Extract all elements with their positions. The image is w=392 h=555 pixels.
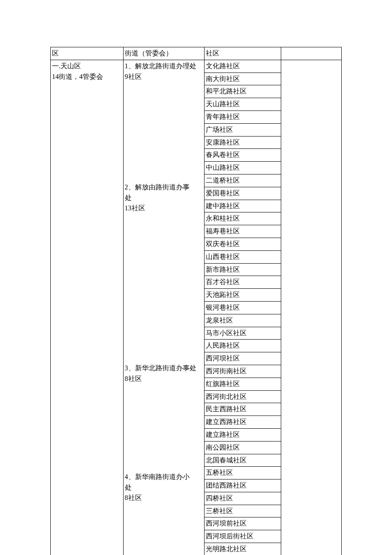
community-cell: 青年路社区 [205,110,281,123]
district-name: 一.天山区 [52,62,81,70]
street-filler [124,276,204,288]
community-cell: 二道桥社区 [205,174,281,187]
street-cell: 3、新华北路街道办事处8社区 [124,362,204,385]
community-cell: 北国春城社区 [205,454,281,467]
community-cell: 西河街南社区 [205,365,281,378]
empty-column [281,60,341,555]
street-line: 1、解放北路街道办理处 [125,61,203,72]
street-line: 13社区 [125,203,203,214]
community-cell: 福寿巷社区 [205,225,281,238]
community-cell: 和平北路社区 [205,85,281,98]
table-header-row: 区 街道（管委会） 社区 [51,47,341,60]
street-filler [124,385,204,397]
street-line: 8社区 [125,493,203,503]
community-cell: 三桥社区 [205,505,281,517]
street-line: 3、新华北路街道办事处 [125,363,203,374]
community-cell: 团结西路社区 [205,479,281,492]
district-cell: 一.天山区 14街道，4管委会 [51,60,123,555]
community-cell: 双庆卷社区 [205,238,281,250]
street-filler [124,553,204,555]
street-cell: 2、解放由路街道办事处13社区 [124,181,204,215]
community-cell: 南公园社区 [205,441,281,454]
community-cell: 天池跖社区 [205,289,281,302]
community-column: 文化路社区南大街社区和平北路社区天山路社区青年路社区广场社区安康路社区春风卷社区… [204,60,281,555]
community-cell: 西河街北社区 [205,390,281,403]
community-cell: 百才谷社区 [205,276,281,289]
header-street: 街道（管委会） [123,47,204,60]
community-cell: 南大街社区 [205,73,281,85]
street-filler [124,227,204,239]
community-cell: 建立路社区 [205,428,281,441]
street-filler [124,169,204,181]
street-filler [124,144,204,157]
street-filler [124,108,204,120]
street-filler [124,120,204,132]
community-cell: 龙泉社区 [205,314,281,327]
street-filler [124,264,204,276]
community-cell: 红旗路社区 [205,378,281,390]
community-cell: 建中路社区 [205,200,281,212]
community-cell: 光明路北社区 [205,543,281,555]
street-filler [124,422,204,434]
admin-division-table: 区 街道（管委会） 社区 一.天山区 14街道，4管委会 1、解放北路街道办理处… [50,47,342,555]
community-cell: 人民路社区 [205,340,281,352]
street-filler [124,313,204,325]
street-filler [124,397,204,410]
street-column: 1、解放北路街道办理处9社区 2、解放由路街道办事处13社区 3、新华北路街道办… [123,60,204,555]
street-filler [124,529,204,541]
community-cell: 文化路社区 [205,60,281,73]
community-cell: 广场社区 [205,123,281,136]
street-line: 4、新华南路街道办小 [125,472,203,482]
community-cell: 山西巷社区 [205,250,281,263]
header-community: 社区 [204,47,281,60]
community-cell: 安康路社区 [205,136,281,149]
community-cell: 中山路社区 [205,162,281,174]
street-cell: 4、新华南路街道办小处8社区 [124,471,204,504]
street-filler [124,459,204,471]
community-cell: 马市小区社区 [205,327,281,340]
street-filler [124,541,204,554]
community-cell: 银河巷社区 [205,301,281,314]
street-filler [124,132,204,145]
community-cell: 新市路社区 [205,263,281,276]
community-cell: 永和桂社区 [205,212,281,225]
street-line: 处 [125,482,203,493]
community-cell: 爱国巷社区 [205,187,281,200]
street-filler [124,517,204,529]
table-body-row: 一.天山区 14街道，4管委会 1、解放北路街道办理处9社区 2、解放由路街道办… [51,60,341,555]
street-filler [124,504,204,517]
header-district: 区 [51,47,123,60]
street-filler [124,95,204,108]
district-meta: 14街道，4管委会 [52,73,103,80]
community-cell: 西河坝社区 [205,352,281,365]
street-line: 8社区 [125,374,203,384]
community-cell: 春风卷社区 [205,149,281,162]
street-filler [124,215,204,227]
community-cell: 西河坝前社区 [205,517,281,530]
street-filler [124,239,204,252]
street-cell: 1、解放北路街道办理处9社区 [124,60,204,83]
community-cell: 建立西路社区 [205,416,281,429]
street-filler [124,301,204,313]
street-line: 9社区 [125,72,203,82]
street-filler [124,434,204,447]
community-cell: 四桥社区 [205,492,281,505]
street-filler [124,410,204,422]
community-cell: 民主西路社区 [205,403,281,416]
street-filler [124,325,204,337]
street-filler [124,350,204,362]
community-cell: 西河坝后街社区 [205,530,281,543]
street-filler [124,446,204,459]
header-empty [281,47,341,60]
community-cell: 五桥社区 [205,467,281,479]
street-line: 2、解放由路街道办事 [125,182,203,193]
street-line: 处 [125,193,203,203]
street-filler [124,337,204,350]
street-filler [124,157,204,169]
community-cell: 天山路社区 [205,98,281,111]
street-filler [124,252,204,264]
street-filler [124,83,204,95]
street-filler [124,288,204,301]
